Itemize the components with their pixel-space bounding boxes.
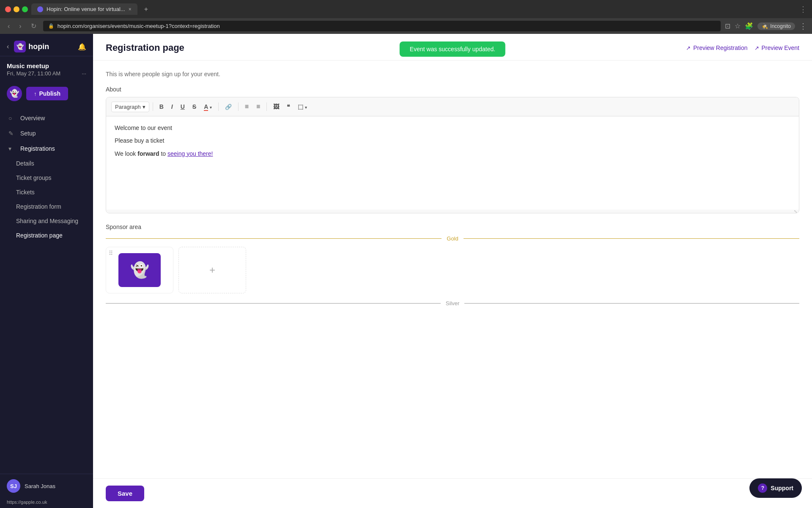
extensions-icon[interactable]: 🧩 (745, 22, 753, 30)
bullet-list-button[interactable]: ≡ (242, 101, 252, 113)
editor-line-2: Please buy a ticket (115, 136, 790, 145)
support-icon: ? (758, 483, 767, 493)
tickets-label: Tickets (16, 189, 35, 196)
numbered-list-button[interactable]: ≡ (253, 101, 263, 113)
silver-tier: Silver (106, 300, 799, 306)
italic-button[interactable]: I (168, 101, 176, 112)
status-url: https://gapple.co.uk (0, 498, 93, 508)
editor-resize-handle[interactable]: ⤡ (106, 210, 799, 213)
sidebar-item-details[interactable]: Details (0, 156, 93, 171)
browser-menu-icon[interactable]: ⋮ (799, 22, 807, 31)
event-name: Music meetup (7, 62, 86, 69)
star-icon[interactable]: ☆ (735, 22, 741, 30)
main-header: Registration page Event was successfully… (93, 34, 812, 61)
link-button[interactable]: 🔗 (222, 102, 235, 112)
sponsor-logo-ghost: 👻 (118, 253, 161, 287)
save-button[interactable]: Save (106, 486, 144, 501)
back-btn[interactable]: ‹ (5, 22, 12, 31)
back-arrow-icon[interactable]: ‹ (7, 43, 9, 50)
preview-event-label: Preview Event (762, 44, 799, 51)
paragraph-chevron-icon: ▾ (143, 104, 145, 110)
lock-icon: 🔒 (48, 23, 54, 29)
bold-button[interactable]: B (156, 101, 167, 112)
address-bar-row: ‹ › ↻ 🔒 hopin.com/organisers/events/musi… (0, 18, 812, 34)
gold-line-left (106, 238, 442, 239)
user-initials: SJ (10, 483, 17, 489)
setup-label: Setup (20, 130, 36, 137)
sidebar-item-overview[interactable]: ○ Overview (0, 110, 93, 126)
preview-event-button[interactable]: ↗ Preview Event (754, 44, 799, 51)
success-banner: Event was successfully updated. (400, 41, 505, 57)
sidebar-item-sharing-messaging[interactable]: Sharing and Messaging (0, 214, 93, 228)
reload-btn[interactable]: ↻ (28, 21, 39, 31)
cast-icon: ⊡ (725, 22, 730, 30)
forward-btn[interactable]: › (16, 22, 24, 31)
sidebar-item-registration-form[interactable]: Registration form (0, 199, 93, 214)
tab-bar: Hopin: Online venue for virtual... × + (31, 3, 677, 15)
seeing-you-link[interactable]: seeing you there! (167, 150, 213, 157)
hopin-logo-text: hopin (28, 42, 49, 51)
registrations-label: Registrations (20, 145, 55, 152)
resize-icon: ⤡ (794, 209, 797, 214)
bell-icon[interactable]: 🔔 (78, 43, 86, 51)
active-tab[interactable]: Hopin: Online venue for virtual... × (31, 3, 137, 15)
editor-line-1: Welcome to our event (115, 123, 790, 133)
toolbar-sep-2 (218, 102, 219, 111)
external-link-icon: ↗ (686, 45, 691, 51)
page-title: Registration page (106, 42, 184, 53)
sharing-messaging-label: Sharing and Messaging (16, 218, 78, 224)
support-button[interactable]: ? Support (749, 478, 802, 498)
text-color-button[interactable]: A ▾ (201, 101, 214, 112)
user-avatar: SJ (7, 479, 20, 493)
silver-line-right (464, 303, 799, 304)
sidebar: ‹ 👻 hopin 🔔 Music meetup Fri, May 27, 11… (0, 34, 93, 508)
silver-divider: Silver (106, 300, 799, 306)
save-bar: Save (93, 478, 812, 508)
drag-handle-icon[interactable]: ⠿ (109, 250, 113, 257)
quote-button[interactable]: ❝ (284, 101, 293, 112)
gold-tier: Gold ⠿ 👻 + (106, 235, 799, 293)
event-more-btn[interactable]: ··· (82, 70, 86, 77)
fullscreen-traffic-light[interactable] (22, 6, 28, 12)
support-label: Support (771, 485, 793, 491)
strikethrough-button[interactable]: S (189, 101, 199, 112)
minimize-traffic-light[interactable] (14, 6, 19, 12)
sidebar-item-tickets[interactable]: Tickets (0, 185, 93, 199)
image-button[interactable]: 🖼 (270, 101, 282, 112)
overview-label: Overview (20, 115, 45, 121)
sidebar-item-registrations[interactable]: ▾ Registrations (0, 141, 93, 156)
editor-body[interactable]: Welcome to our event Please buy a ticket… (106, 116, 799, 210)
embed-button[interactable]: ⬚ ▾ (295, 101, 310, 112)
sponsor-area-label: Sponsor area (106, 224, 799, 230)
rich-text-editor[interactable]: Paragraph ▾ B I U S A ▾ 🔗 ≡ (106, 97, 799, 213)
new-tab-button[interactable]: + (141, 4, 151, 15)
close-traffic-light[interactable] (5, 6, 11, 12)
toolbar-sep-1 (153, 102, 153, 111)
publish-icon: ↑ (34, 91, 37, 97)
gold-label: Gold (447, 235, 458, 242)
avatar-publish-row: 👻 ↑ Publish (0, 83, 93, 107)
paragraph-select[interactable]: Paragraph ▾ (111, 102, 149, 112)
editor-toolbar: Paragraph ▾ B I U S A ▾ 🔗 ≡ (106, 97, 799, 116)
sidebar-item-setup[interactable]: ✎ Setup (0, 126, 93, 141)
traffic-lights (5, 6, 28, 12)
window-more-icon: ⋮ (799, 5, 807, 14)
preview-registration-button[interactable]: ↗ Preview Registration (686, 44, 747, 51)
publish-button[interactable]: ↑ Publish (26, 87, 68, 100)
registrations-expand-icon: ▾ (8, 145, 16, 152)
address-bar[interactable]: 🔒 hopin.com/organisers/events/music-meet… (43, 21, 721, 31)
underline-button[interactable]: U (178, 101, 188, 112)
sidebar-item-registration-page[interactable]: Registration page (0, 228, 93, 243)
sponsor-card-1[interactable]: ⠿ 👻 (106, 247, 173, 293)
add-sponsor-button[interactable]: + (178, 247, 246, 293)
event-avatar: 👻 (7, 86, 22, 101)
sidebar-nav: ○ Overview ✎ Setup ▾ Registrations Detai… (0, 107, 93, 474)
registration-form-label: Registration form (16, 203, 61, 210)
header-actions: ↗ Preview Registration ↗ Preview Event (686, 44, 799, 51)
publish-label: Publish (39, 90, 61, 97)
sidebar-item-ticket-groups[interactable]: Ticket groups (0, 171, 93, 185)
browser-chrome: Hopin: Online venue for virtual... × + ⋮ (0, 0, 812, 18)
setup-icon: ✎ (8, 130, 16, 137)
app-container: ‹ 👻 hopin 🔔 Music meetup Fri, May 27, 11… (0, 34, 812, 508)
tab-close-btn[interactable]: × (129, 6, 132, 12)
